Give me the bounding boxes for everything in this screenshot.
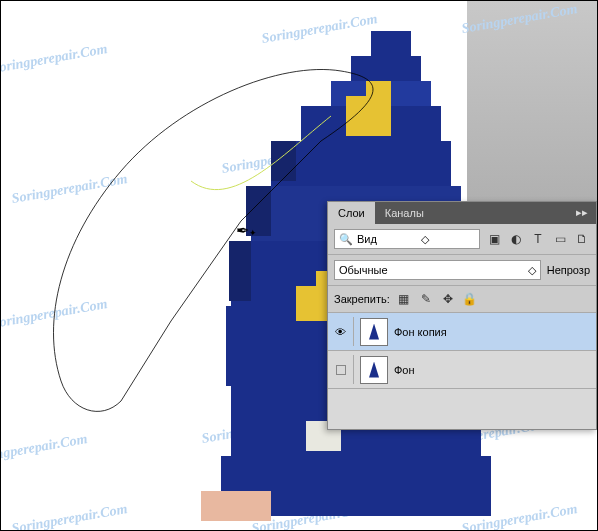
filter-image-icon[interactable]: ▣: [486, 231, 502, 247]
watermark: Soringperepair.Com: [0, 431, 89, 467]
blend-mode-select[interactable]: Обычные ◇: [334, 260, 541, 280]
dropdown-icon: ◇: [528, 264, 536, 277]
svg-rect-16: [201, 491, 271, 521]
layer-thumbnail[interactable]: [360, 356, 388, 384]
opacity-label: Непрозр: [547, 264, 590, 276]
svg-rect-18: [246, 186, 271, 236]
svg-rect-19: [229, 241, 251, 301]
layer-item[interactable]: 👁 Фон копия: [328, 313, 596, 351]
layer-thumbnail[interactable]: [360, 318, 388, 346]
lock-all-icon[interactable]: 🔒: [462, 291, 478, 307]
blend-mode-value: Обычные: [339, 264, 388, 276]
lock-label: Закрепить:: [334, 293, 390, 305]
filter-shape-icon[interactable]: ▭: [552, 231, 568, 247]
search-icon: 🔍: [339, 233, 353, 246]
layer-name: Фон: [394, 364, 596, 376]
dropdown-icon: ◇: [421, 233, 429, 246]
watermark: Soringperepair.Com: [0, 296, 109, 332]
panel-lock-row: Закрепить: ▦ ✎ ✥ 🔒: [328, 286, 596, 313]
visibility-toggle[interactable]: [336, 365, 346, 375]
watermark: Soringperepair.Com: [0, 41, 109, 77]
layer-filter-input[interactable]: [357, 233, 417, 245]
panel-tabs: Слои Каналы ▸▸: [328, 202, 596, 224]
filter-type-icon[interactable]: T: [530, 231, 546, 247]
panel-blend-row: Обычные ◇ Непрозр: [328, 255, 596, 286]
lock-pixels-icon[interactable]: ▦: [396, 291, 412, 307]
tab-layers[interactable]: Слои: [328, 202, 375, 224]
visibility-eye-icon[interactable]: 👁: [335, 326, 346, 338]
svg-rect-17: [271, 141, 296, 181]
layer-filter-select[interactable]: 🔍 ◇: [334, 229, 480, 249]
layer-item[interactable]: Фон: [328, 351, 596, 389]
filter-smart-icon[interactable]: 🗋: [574, 231, 590, 247]
watermark: Soringperepair.Com: [11, 501, 129, 531]
lock-move-icon[interactable]: ✥: [440, 291, 456, 307]
svg-rect-4: [271, 141, 451, 191]
layer-name: Фон копия: [394, 326, 596, 338]
filter-adjust-icon[interactable]: ◐: [508, 231, 524, 247]
lock-brush-icon[interactable]: ✎: [418, 291, 434, 307]
tab-channels[interactable]: Каналы: [375, 202, 434, 224]
watermark: Soringperepair.Com: [11, 171, 129, 207]
layers-panel: Слои Каналы ▸▸ 🔍 ◇ ▣ ◐ T ▭ 🗋 Обычные ◇ Н…: [327, 201, 597, 430]
panel-menu-icon[interactable]: ▸▸: [568, 202, 596, 224]
svg-rect-10: [346, 96, 391, 136]
svg-rect-11: [366, 81, 391, 101]
panel-filter-row: 🔍 ◇ ▣ ◐ T ▭ 🗋: [328, 224, 596, 255]
layer-list: 👁 Фон копия Фон: [328, 313, 596, 429]
